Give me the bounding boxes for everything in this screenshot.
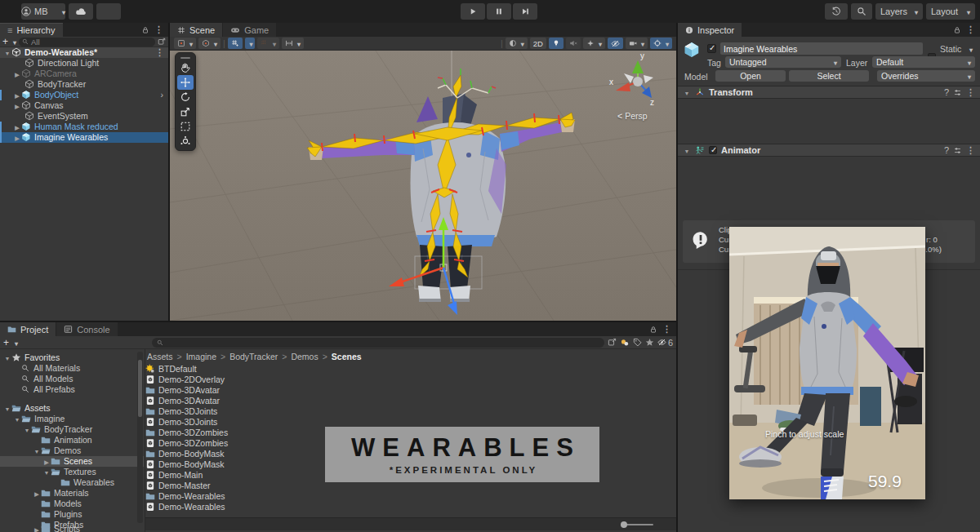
scene-menu-icon[interactable]: [155, 47, 164, 58]
file-row[interactable]: Demo-2DOverlay: [145, 375, 670, 385]
hierarchy-row[interactable]: EventSystem: [0, 111, 168, 122]
gizmo-axis-z-label[interactable]: z: [650, 98, 654, 107]
tab-project[interactable]: Project: [0, 322, 56, 336]
rotate-tool-button[interactable]: [176, 90, 195, 104]
undo-history-button[interactable]: [825, 3, 848, 20]
tag-dropdown[interactable]: Untagged: [725, 56, 841, 68]
hierarchy-row[interactable]: BodyTracker: [0, 79, 168, 90]
overrides-dropdown[interactable]: Overrides: [877, 70, 975, 82]
model-open-button[interactable]: Open: [715, 70, 786, 82]
favorites-filter-icon[interactable]: [645, 338, 654, 347]
tree-row[interactable]: Imagine: [0, 414, 144, 424]
zoom-slider[interactable]: [621, 524, 653, 525]
gizmo-axis-y-label[interactable]: y: [640, 51, 644, 60]
hierarchy-row-scene[interactable]: Demo-Wearables*: [0, 47, 168, 58]
file-row[interactable]: Demo-3DJoints: [145, 406, 670, 417]
layer-dropdown[interactable]: Default: [872, 56, 975, 68]
tree-row[interactable]: Models: [0, 499, 144, 509]
open-search-window-icon[interactable]: [608, 338, 617, 347]
breadcrumb-item[interactable]: BodyTracker: [229, 352, 278, 361]
scene-lighting-toggle[interactable]: [549, 38, 564, 49]
grid-snapping-toggle[interactable]: [228, 38, 243, 49]
presets-icon[interactable]: [953, 146, 962, 155]
scene-visibility-toggle[interactable]: [608, 38, 623, 49]
breadcrumb-item-current[interactable]: Scenes: [332, 352, 362, 361]
foldout-icon[interactable]: [13, 69, 21, 78]
step-button[interactable]: [513, 3, 537, 20]
extra-button[interactable]: [96, 3, 121, 20]
inspector-menu-icon[interactable]: [966, 24, 975, 35]
breadcrumb-item[interactable]: Imagine: [186, 352, 216, 361]
layout-dropdown[interactable]: Layout: [926, 3, 975, 20]
breadcrumb-item[interactable]: Assets: [147, 352, 173, 361]
tree-row[interactable]: All Materials: [0, 363, 144, 374]
hierarchy-row[interactable]: Human Mask reduced: [0, 122, 168, 132]
move-tool-button[interactable]: [177, 75, 194, 90]
model-select-button[interactable]: Select: [789, 70, 869, 82]
lock-icon[interactable]: [649, 326, 657, 334]
scene-viewport[interactable]: y x z Persp: [170, 51, 676, 321]
tree-row[interactable]: All Models: [0, 374, 144, 384]
tree-row[interactable]: Plugins: [0, 509, 144, 520]
tree-row[interactable]: Wearables: [0, 477, 144, 488]
zoom-slider-knob[interactable]: [621, 521, 627, 528]
presets-icon[interactable]: [953, 88, 962, 97]
animator-menu-icon[interactable]: [966, 145, 975, 156]
hierarchy-search-input[interactable]: All: [19, 38, 155, 47]
scene-picker-icon[interactable]: [158, 38, 166, 46]
tree-row[interactable]: Favorites: [0, 352, 144, 363]
tool-handle-pivot-dropdown[interactable]: [174, 38, 196, 49]
lock-icon[interactable]: [953, 26, 961, 34]
tab-hierarchy[interactable]: ≡Hierarchy: [0, 23, 63, 37]
hierarchy-add-button[interactable]: +: [2, 37, 8, 47]
overlay-drag-handle[interactable]: [176, 55, 195, 60]
project-search-input[interactable]: [152, 338, 604, 348]
project-add-button[interactable]: +: [3, 338, 9, 348]
help-icon[interactable]: ?: [944, 145, 949, 155]
tree-row[interactable]: Demos: [0, 446, 144, 456]
breadcrumb-item[interactable]: Demos: [291, 352, 318, 361]
file-row[interactable]: Demo-Wearables: [145, 502, 670, 512]
hand-tool-button[interactable]: [176, 60, 195, 75]
custom-tools-button[interactable]: [176, 134, 195, 149]
transform-header[interactable]: Transform ?: [678, 86, 980, 99]
file-row[interactable]: Demo-Wearables: [145, 491, 670, 502]
tab-inspector[interactable]: Inspector: [678, 23, 742, 37]
project-menu-icon[interactable]: [662, 324, 671, 335]
increment-snap-toggle[interactable]: [257, 38, 279, 49]
tree-row[interactable]: Textures: [0, 467, 144, 477]
tab-scene[interactable]: Scene: [170, 23, 222, 37]
perspective-toggle[interactable]: Persp: [617, 111, 648, 121]
file-row[interactable]: Demo-3DJoints: [145, 417, 670, 428]
camera-settings-dropdown[interactable]: [626, 38, 648, 49]
hierarchy-row-selected[interactable]: Imagine Wearables: [0, 132, 168, 143]
prefab-open-chevron[interactable]: ›: [161, 90, 164, 100]
tab-console[interactable]: Console: [56, 322, 117, 336]
file-row[interactable]: Demo-3DAvatar: [145, 396, 670, 406]
foldout-icon[interactable]: [13, 100, 21, 110]
lock-icon[interactable]: [141, 26, 149, 34]
tab-game[interactable]: Game: [223, 23, 276, 37]
static-dropdown[interactable]: [967, 44, 973, 54]
hierarchy-menu-icon[interactable]: [154, 24, 163, 35]
tree-row[interactable]: Scripts: [0, 525, 144, 532]
search-everything-button[interactable]: [851, 3, 872, 20]
tree-row-selected[interactable]: Scenes: [0, 456, 144, 467]
help-icon[interactable]: ?: [944, 87, 949, 97]
2d-toggle[interactable]: 2D: [530, 38, 546, 49]
scale-tool-button[interactable]: [176, 104, 195, 119]
file-row[interactable]: BTDefault: [145, 364, 670, 375]
tool-handle-rotation-dropdown[interactable]: [198, 38, 220, 49]
account-button[interactable]: MB: [21, 3, 65, 20]
tree-row[interactable]: All Prefabs: [0, 384, 144, 395]
tree-scrollbar[interactable]: [137, 352, 143, 523]
animator-header[interactable]: Animator ?: [678, 144, 980, 157]
ar-preview-overlay[interactable]: Pinch to adjust scale 59.9: [729, 227, 925, 499]
tree-row[interactable]: Animation: [0, 435, 144, 446]
play-button[interactable]: [461, 3, 485, 20]
layers-dropdown[interactable]: Layers: [875, 3, 923, 20]
foldout-icon[interactable]: [13, 132, 21, 142]
hidden-count-button[interactable]: 6: [657, 338, 673, 348]
packages-visibility-icon[interactable]: [620, 338, 630, 348]
pause-button[interactable]: [487, 3, 511, 20]
